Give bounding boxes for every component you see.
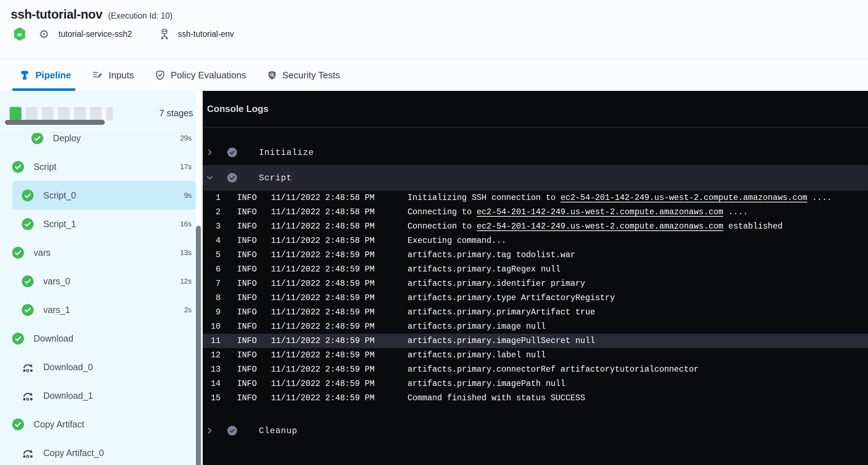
log-line[interactable]: 1INFO11/11/2022 2:48:58 PMInitializing S… <box>203 191 868 205</box>
execution-id: (Execution Id: 10) <box>108 11 172 21</box>
log-line-number: 4 <box>203 234 221 248</box>
log-line[interactable]: 10INFO11/11/2022 2:48:59 PMartifacts.pri… <box>203 319 868 334</box>
console-logs-header: Console Logs <box>203 91 868 128</box>
stage-row-script[interactable]: Script17s <box>0 152 196 181</box>
log-level: INFO <box>237 248 257 262</box>
stage-row-download-1[interactable]: Download_1 <box>0 381 196 410</box>
stage-row-vars-0[interactable]: vars_012s <box>0 267 196 295</box>
log-message: Executing command... <box>408 234 506 248</box>
command-step-icon <box>22 390 34 401</box>
stage-row-copy-artifact[interactable]: Copy Artifact <box>0 410 196 439</box>
log-line[interactable]: 12INFO11/11/2022 2:48:59 PMartifacts.pri… <box>203 348 868 362</box>
log-timestamp: 11/11/2022 2:48:59 PM <box>271 348 375 362</box>
log-level: INFO <box>237 291 257 305</box>
log-text: established <box>723 222 783 231</box>
stage-progress-block <box>90 107 102 120</box>
log-level: INFO <box>237 391 257 405</box>
log-line[interactable]: 14INFO11/11/2022 2:48:59 PMartifacts.pri… <box>203 377 868 391</box>
log-message: artifacts.primary.connectorRef artifacto… <box>408 362 699 377</box>
log-line[interactable]: 15INFO11/11/2022 2:48:59 PMCommand finis… <box>203 391 868 405</box>
log-section-cleanup[interactable]: Cleanup <box>203 418 868 443</box>
stage-row-vars-1[interactable]: vars_12s <box>0 295 196 324</box>
log-level: INFO <box>237 234 257 248</box>
sidebar-scrollbar-track <box>196 91 203 465</box>
sidebar-scrollbar-thumb[interactable] <box>196 226 201 465</box>
stage-row-download[interactable]: Download <box>0 324 196 353</box>
log-text: artifacts.primary.label null <box>408 351 546 360</box>
title-row: ssh-tutorial-nov (Execution Id: 10) <box>11 0 868 21</box>
log-timestamp: 11/11/2022 2:48:59 PM <box>271 319 375 334</box>
log-timestamp: 11/11/2022 2:48:59 PM <box>271 362 375 377</box>
success-check-icon <box>31 133 43 144</box>
log-line[interactable]: 2INFO11/11/2022 2:48:58 PMConnecting to … <box>203 205 868 219</box>
page-title: ssh-tutorial-nov <box>11 7 102 21</box>
content-area: 7 stages Deploy29sScript17sScript_09sScr… <box>0 91 868 465</box>
stage-duration: 16s <box>180 220 192 228</box>
log-line-number: 5 <box>203 248 221 262</box>
stage-label: vars <box>34 248 50 258</box>
log-line-number: 3 <box>203 219 221 234</box>
environment-name[interactable]: ssh-tutorial-env <box>178 29 234 39</box>
chevron-right-icon[interactable] <box>206 149 213 156</box>
log-link[interactable]: ec2-54-201-142-249.us-west-2.compute.ama… <box>477 222 723 231</box>
log-link[interactable]: ec2-54-201-142-249.us-west-2.compute.ama… <box>477 207 723 217</box>
stage-progress-blocks <box>10 107 113 120</box>
stage-duration: 13s <box>180 249 192 257</box>
success-check-icon <box>12 418 24 430</box>
service-name[interactable]: tutorial-service-ssh2 <box>59 29 132 39</box>
success-check-icon <box>22 190 34 201</box>
log-line-number: 1 <box>203 191 221 205</box>
log-text: Connection to <box>408 222 477 231</box>
console-logs-panel: Console Logs InitializeScript1INFO11/11/… <box>203 91 868 465</box>
stage-duration: 17s <box>180 163 192 171</box>
log-link[interactable]: ec2-54-201-142-249.us-west-2.compute.ama… <box>561 193 807 202</box>
stage-row-script-1[interactable]: Script_116s <box>0 210 196 238</box>
log-section-initialize[interactable]: Initialize <box>203 140 868 165</box>
log-line[interactable]: 5INFO11/11/2022 2:48:59 PMartifacts.prim… <box>203 248 868 262</box>
chevron-right-icon[interactable] <box>206 427 213 434</box>
chevron-down-icon[interactable] <box>206 174 213 181</box>
stages-progress-panel: 7 stages <box>0 91 196 133</box>
stage-row-deploy[interactable]: Deploy29s <box>0 133 196 152</box>
log-line[interactable]: 13INFO11/11/2022 2:48:59 PMartifacts.pri… <box>203 362 868 377</box>
stage-label: Script_1 <box>43 219 76 229</box>
log-section-label: Initialize <box>259 148 314 157</box>
log-section-script[interactable]: Script <box>203 165 868 191</box>
stage-row-vars[interactable]: vars13s <box>0 238 196 267</box>
stage-label: vars_1 <box>43 305 70 315</box>
log-line-number: 6 <box>203 262 221 276</box>
success-check-icon <box>12 161 24 173</box>
tab-security-tests[interactable]: Security Tests <box>267 59 340 91</box>
tab-pipeline[interactable]: Pipeline <box>19 59 71 91</box>
log-timestamp: 11/11/2022 2:48:59 PM <box>271 248 375 262</box>
tab-inputs[interactable]: Inputs <box>92 59 134 91</box>
log-line[interactable]: 8INFO11/11/2022 2:48:59 PMartifacts.prim… <box>203 291 868 305</box>
tab-policy-evaluations[interactable]: Policy Evaluations <box>155 59 246 91</box>
log-line-number: 10 <box>203 319 221 334</box>
stages-horizontal-scrollbar[interactable] <box>5 120 105 125</box>
log-message: Initializing SSH connection to ec2-54-20… <box>408 191 832 205</box>
log-level: INFO <box>237 377 257 391</box>
log-line[interactable]: 3INFO11/11/2022 2:48:58 PMConnection to … <box>203 219 868 234</box>
stage-progress-block <box>42 107 54 120</box>
log-line-number: 11 <box>203 334 221 348</box>
stage-row-copy-artifact-0[interactable]: Copy Artifact_0 <box>0 439 196 465</box>
log-message: artifacts.primary.primaryArtifact true <box>408 305 595 319</box>
log-line[interactable]: 6INFO11/11/2022 2:48:59 PMartifacts.prim… <box>203 262 868 276</box>
stage-label: Script <box>34 162 56 172</box>
log-level: INFO <box>237 219 257 234</box>
log-level: INFO <box>237 348 257 362</box>
console-log-body: InitializeScript1INFO11/11/2022 2:48:58 … <box>203 128 868 465</box>
log-line[interactable]: 11INFO11/11/2022 2:48:59 PMartifacts.pri… <box>203 334 868 348</box>
pipeline-execution-page: ssh-tutorial-nov (Execution Id: 10) ∞ ⚙ … <box>0 0 868 465</box>
log-line[interactable]: 9INFO11/11/2022 2:48:59 PMartifacts.prim… <box>203 305 868 319</box>
log-section-label: Cleanup <box>259 426 297 436</box>
log-text: Executing command... <box>408 236 506 245</box>
log-line[interactable]: 7INFO11/11/2022 2:48:59 PMartifacts.prim… <box>203 276 868 291</box>
stage-row-script-0[interactable]: Script_09s <box>12 181 196 210</box>
log-line[interactable]: 4INFO11/11/2022 2:48:58 PMExecuting comm… <box>203 234 868 248</box>
tab-label: Inputs <box>109 70 134 81</box>
stage-row-download-0[interactable]: Download_0 <box>0 353 196 381</box>
log-line-number: 9 <box>203 305 221 319</box>
log-timestamp: 11/11/2022 2:48:59 PM <box>271 291 375 305</box>
